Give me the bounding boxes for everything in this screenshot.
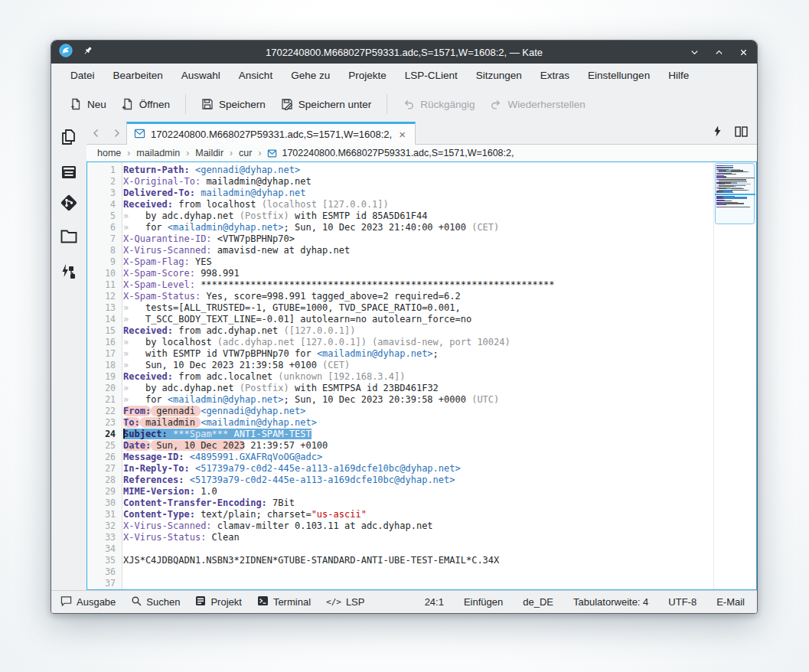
code-line <box>123 543 713 555</box>
redo-icon <box>490 98 502 110</box>
code-line: References: <51739a79-c0d2-445e-a113-a16… <box>123 475 713 486</box>
line-number: 33 <box>87 532 116 543</box>
desktop: 1702240800.M668027P59331.adc,S=1571,W=16… <box>0 0 809 672</box>
toolbar-separator <box>185 94 186 114</box>
toggle-search[interactable]: Suchen <box>131 595 180 608</box>
kate-app-icon <box>59 44 73 60</box>
crumb-mailadmin[interactable]: mailadmin <box>135 147 181 159</box>
crumb-filename[interactable]: 1702240800.M668027P59331.adc,S=1571,W=16… <box>282 148 514 158</box>
line-number: 5 <box>87 210 116 222</box>
line-number: 35 <box>87 555 116 566</box>
code-line: » for <mailadmin@dyhap.net>; Sun, 10 Dec… <box>123 394 713 406</box>
save-as-button[interactable]: Speichern unter <box>273 93 379 116</box>
kate-window: 1702240800.M668027P59331.adc,S=1571,W=16… <box>51 40 758 614</box>
code-line: Delivered-To: mailadmin@dyhap.net <box>123 188 713 199</box>
minimap-rows <box>716 165 755 210</box>
menu-datei[interactable]: Datei <box>62 67 103 84</box>
insert-mode[interactable]: Einfügen <box>464 596 503 608</box>
code-line: Content-Type: text/plain; charset="us-as… <box>123 509 713 520</box>
documents-icon[interactable] <box>58 126 80 148</box>
document-list-icon[interactable] <box>58 161 80 183</box>
line-number: 8 <box>87 245 116 256</box>
code-line: Received: from adc.dyhap.net ([127.0.0.1… <box>123 325 713 337</box>
line-number: 32 <box>87 520 116 532</box>
minimap-scrollbar[interactable] <box>713 162 756 589</box>
git-icon[interactable] <box>58 192 80 214</box>
tab-width[interactable]: Tabulatorweite: 4 <box>573 596 648 608</box>
crumb-cur[interactable]: cur <box>237 147 253 159</box>
tab-close-icon[interactable]: × <box>397 129 407 140</box>
toggle-project[interactable]: Projekt <box>195 595 241 608</box>
open-button[interactable]: Öffnen <box>114 93 178 116</box>
crumb-home[interactable]: home <box>96 147 122 159</box>
save-icon <box>201 98 214 110</box>
save-button[interactable]: Speichern <box>194 93 273 116</box>
minimize-button[interactable] <box>688 46 700 58</box>
menu-bearbeiten[interactable]: Bearbeiten <box>105 67 171 84</box>
line-number: 2 <box>87 176 116 188</box>
menu-ansicht[interactable]: Ansicht <box>230 67 281 84</box>
code-line: Received: from adc.localnet (unknown [19… <box>123 371 713 383</box>
line-number: 12 <box>87 291 116 302</box>
toggle-terminal[interactable]: Terminal <box>257 595 311 608</box>
code-line: Subject: ***Spam*** ANTI-SPAM-TEST <box>123 429 713 440</box>
window-title: 1702240800.M668027P59331.adc,S=1571,W=16… <box>51 47 757 58</box>
external-tools-icon[interactable] <box>58 261 80 282</box>
code-area[interactable]: Return-Path: <gennadi@dyhap.net>X-Origin… <box>122 162 713 589</box>
pin-icon[interactable] <box>82 45 93 60</box>
code-line: X-Virus-Status: Clean <box>123 532 713 543</box>
code-line: Message-ID: <4895991.GXAFRqVoOG@adc> <box>123 452 713 463</box>
filesystem-folder-icon[interactable] <box>58 226 80 247</box>
mail-file-icon <box>134 129 145 141</box>
line-number-gutter[interactable]: 1234567891011121314151617181920212223242… <box>87 162 122 589</box>
line-number: 16 <box>87 337 116 348</box>
forward-history-icon[interactable] <box>106 122 126 144</box>
quick-open-lightning-icon[interactable] <box>713 126 723 140</box>
split-view-icon[interactable] <box>735 126 748 140</box>
line-number: 18 <box>87 360 116 371</box>
lsp-icon: </> <box>326 597 341 607</box>
menu-einstellungen[interactable]: Einstellungen <box>579 67 658 84</box>
code-line: X-Virus-Scanned: clamav-milter 0.103.11 … <box>123 520 713 532</box>
back-history-icon[interactable] <box>86 122 106 144</box>
toggle-lsp[interactable]: </> LSP <box>326 596 364 608</box>
line-number: 27 <box>87 463 116 475</box>
cursor-position[interactable]: 24:1 <box>425 596 444 608</box>
crumb-Maildir[interactable]: Maildir <box>194 147 225 159</box>
code-line: » with ESMTP id VTW7pBPHNp70 for <mailad… <box>123 348 713 360</box>
code-line: XJS*C4JDBQADN1.NSBN3*2IDNEN*GTUBE-STANDA… <box>123 555 713 566</box>
new-button[interactable]: Neu <box>62 93 114 116</box>
line-number: 22 <box>87 406 116 417</box>
undo-button[interactable]: Rückgängig <box>395 93 482 116</box>
breadcrumb: home›mailadmin›Maildir›cur›1702240800.M6… <box>86 145 757 161</box>
menu-sitzungen[interactable]: Sitzungen <box>468 67 530 84</box>
code-line: Content-Transfer-Encoding: 7Bit <box>123 497 713 509</box>
line-number: 13 <box>87 302 116 314</box>
redo-button[interactable]: Wiederherstellen <box>482 93 592 116</box>
syntax-mode[interactable]: E-Mail <box>716 596 745 608</box>
encoding[interactable]: UTF-8 <box>668 596 696 608</box>
menu-projekte[interactable]: Projekte <box>340 67 395 84</box>
menu-hilfe[interactable]: Hilfe <box>660 67 697 84</box>
mail-file-icon <box>267 149 277 158</box>
tab-active[interactable]: 1702240800.M668027P59331.adc,S=1571,W=16… <box>126 122 416 145</box>
menu-gehe-zu[interactable]: Gehe zu <box>282 67 338 84</box>
menu-extras[interactable]: Extras <box>532 67 578 84</box>
menu-auswahl[interactable]: Auswahl <box>173 67 229 84</box>
crumb-separator-icon: › <box>228 148 234 158</box>
code-line: X-Virus-Scanned: amavisd-new at dyhap.ne… <box>123 245 713 256</box>
close-button[interactable] <box>737 46 749 58</box>
line-number: 31 <box>87 509 116 520</box>
dictionary[interactable]: de_DE <box>523 596 553 608</box>
crumb-separator-icon: › <box>184 148 191 158</box>
toggle-output[interactable]: Ausgabe <box>60 595 116 608</box>
menu-lsp-client[interactable]: LSP-CLient <box>396 67 466 84</box>
line-number: 1 <box>87 165 116 176</box>
code-line: X-Spam-Status: Yes, score=998.991 tagged… <box>123 291 713 302</box>
titlebar[interactable]: 1702240800.M668027P59331.adc,S=1571,W=16… <box>51 41 757 64</box>
new-document-icon <box>70 98 82 110</box>
maximize-button[interactable] <box>713 46 725 58</box>
code-line: X-Original-To: mailadmin@dyhap.net <box>123 176 713 188</box>
code-line: X-Spam-Flag: YES <box>123 256 713 268</box>
editor-view[interactable]: 1234567891011121314151617181920212223242… <box>86 161 757 590</box>
